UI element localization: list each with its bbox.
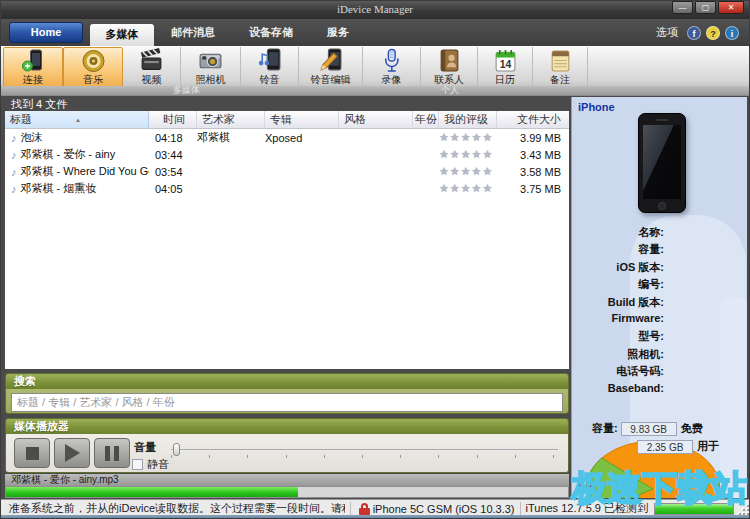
calendar-button[interactable]: 14 日历 <box>478 47 533 88</box>
app-window: iDevice Manager — ▢ ✕ Home 多媒体 邮件消息 设备存储… <box>0 0 750 519</box>
field-model: 型号: <box>572 329 664 346</box>
field-phone-number: 电话号码: <box>572 364 664 381</box>
column-header-artist[interactable]: 艺术家 <box>197 111 265 128</box>
status-message: 准备系统之前，并从的iDevice读取数据。这个过程需要一段时间。请稍候... <box>1 501 345 516</box>
window-title: iDevice Manager <box>1 3 749 15</box>
music-note-icon: ♪ <box>11 132 17 144</box>
capacity-label: 容量: <box>592 421 618 436</box>
media-player-header: 媒体播放器 <box>6 419 568 434</box>
volume-label: 音量 <box>134 440 156 455</box>
status-device-info: iPhone 5C GSM (iOS 10.3.3) <box>373 503 515 515</box>
pause-icon <box>105 446 119 461</box>
video-icon <box>139 48 164 73</box>
camera-button[interactable]: 照相机 <box>181 47 241 88</box>
stop-button[interactable] <box>14 438 50 468</box>
table-row[interactable]: ♪邓紫棋 - 爱你 - ainy 03:44 ★★★★★ 3.43 MB <box>5 146 569 163</box>
volume-track <box>171 449 558 451</box>
contacts-button[interactable]: 联系人 <box>421 47 478 88</box>
camera-icon <box>198 48 223 73</box>
device-field-labels: 名称: 容量: iOS 版本: 编号: Build 版本: Firmware: … <box>572 225 664 399</box>
menubar: Home 多媒体 邮件消息 设备存储 服务 选项 f ? i <box>1 19 749 46</box>
field-firmware: Firmware: <box>572 312 664 329</box>
help-icon[interactable]: ? <box>706 26 720 40</box>
record-button[interactable]: 录像 <box>363 47 421 88</box>
table-row[interactable]: ♪邓紫棋 - Where Did You Go 03:54 ★★★★★ 3.58… <box>5 163 569 180</box>
rating-stars[interactable]: ★★★★★ <box>439 148 493 160</box>
ringtone-edit-button[interactable]: 铃音编辑 <box>299 47 363 88</box>
capacity-free-suffix: 免费 <box>681 421 703 436</box>
now-playing-label: 邓紫棋 - 爱你 - ainy.mp3 <box>5 474 569 486</box>
column-header-time[interactable]: 时间 <box>149 111 197 128</box>
field-name: 名称: <box>572 225 664 242</box>
search-panel: 搜索 <box>5 373 569 414</box>
media-player-panel: 媒体播放器 音量 静音 <box>5 418 569 473</box>
search-input[interactable] <box>11 393 563 412</box>
table-row[interactable]: ♪邓紫棋 - 烟熏妆 04:05 ★★★★★ 3.75 MB <box>5 180 569 197</box>
sort-arrow-icon: ▲ <box>75 112 81 128</box>
device-panel-title: iPhone <box>578 101 615 113</box>
found-files-text: 找到 4 文件 <box>5 97 569 111</box>
capacity-used-value: 2.35 GB <box>637 440 693 454</box>
tab-services[interactable]: 服务 <box>310 25 366 40</box>
music-icon <box>81 49 106 73</box>
search-panel-header: 搜索 <box>6 374 568 389</box>
column-header-year[interactable]: 年份 <box>413 111 439 128</box>
ringtone-icon <box>257 48 282 73</box>
svg-text:14: 14 <box>499 59 511 70</box>
file-table: 标题▲ 时间 艺术家 专辑 风格 年份 我的评级 文件大小 ♪泡沫 04:18 … <box>5 111 569 369</box>
field-camera: 照相机: <box>572 347 664 364</box>
play-button[interactable] <box>54 438 90 468</box>
stop-icon <box>26 447 39 460</box>
column-header-genre[interactable]: 风格 <box>339 111 413 128</box>
options-button[interactable]: 选项 <box>656 25 678 40</box>
ribbon-group-band <box>1 86 749 95</box>
contacts-icon <box>437 48 462 73</box>
iphone-image <box>638 113 686 213</box>
tab-device-storage[interactable]: 设备存储 <box>232 25 310 40</box>
volume-slider[interactable] <box>171 446 558 462</box>
maximize-button[interactable]: ▢ <box>695 1 716 14</box>
music-button[interactable]: 音乐 <box>63 47 123 88</box>
group-label-personal: 个人 <box>441 86 459 95</box>
calendar-icon: 14 <box>493 48 518 73</box>
connect-icon <box>21 49 46 73</box>
tab-mail[interactable]: 邮件消息 <box>154 25 232 40</box>
tab-multimedia[interactable]: 多媒体 <box>90 24 154 46</box>
music-note-icon: ♪ <box>11 166 17 178</box>
pause-button[interactable] <box>94 438 130 468</box>
rating-stars[interactable]: ★★★★★ <box>439 182 493 194</box>
field-serial: 编号: <box>572 277 664 294</box>
column-header-rating[interactable]: 我的评级 <box>439 111 497 128</box>
song-progress-fill <box>6 487 298 497</box>
info-icon[interactable]: i <box>725 26 739 40</box>
video-button[interactable]: 视频 <box>123 47 181 88</box>
field-ios-version: iOS 版本: <box>572 260 664 277</box>
column-header-size[interactable]: 文件大小 <box>497 111 569 128</box>
rating-stars[interactable]: ★★★★★ <box>439 131 493 143</box>
mute-label: 静音 <box>147 457 169 472</box>
site-watermark: 极速下载站 <box>572 465 747 512</box>
music-note-icon: ♪ <box>11 149 17 161</box>
connect-button[interactable]: 连接 <box>3 47 63 88</box>
titlebar: iDevice Manager — ▢ ✕ <box>1 1 749 19</box>
rating-stars[interactable]: ★★★★★ <box>439 165 493 177</box>
window-bottom-frame <box>1 515 749 518</box>
field-build-version: Build 版本: <box>572 295 664 312</box>
notes-button[interactable]: 备注 <box>533 47 588 88</box>
play-icon <box>65 444 80 462</box>
group-label-multimedia: 多媒体 <box>173 86 200 95</box>
ringtone-button[interactable]: 铃音 <box>241 47 299 88</box>
capacity-used-suffix: 用于 <box>697 439 719 454</box>
volume-ticks <box>171 455 554 459</box>
column-header-title[interactable]: 标题▲ <box>5 111 149 128</box>
mute-checkbox[interactable] <box>132 459 143 470</box>
song-progress-bar <box>5 486 569 498</box>
minimize-button[interactable]: — <box>672 1 693 14</box>
ringtone-edit-icon <box>318 48 343 73</box>
facebook-icon[interactable]: f <box>687 26 701 40</box>
table-row[interactable]: ♪泡沫 04:18 邓紫棋 Xposed ★★★★★ 3.99 MB <box>5 129 569 146</box>
tab-home[interactable]: Home <box>9 22 83 43</box>
close-button[interactable]: ✕ <box>718 1 744 14</box>
notes-icon <box>548 48 573 73</box>
column-header-album[interactable]: 专辑 <box>265 111 339 128</box>
